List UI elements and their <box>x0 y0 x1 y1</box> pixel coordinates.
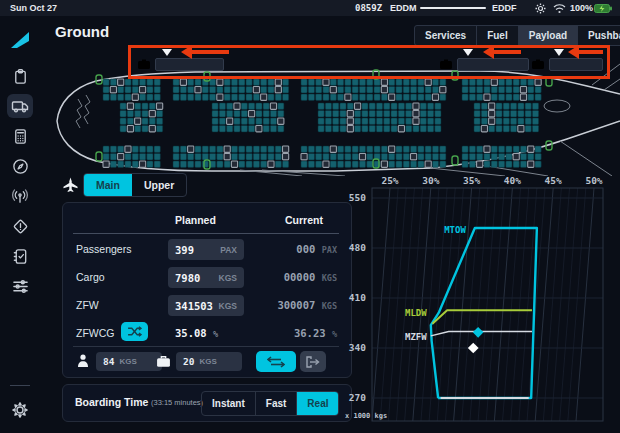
seat[interactable] <box>256 111 262 117</box>
seat[interactable] <box>403 79 409 85</box>
seat[interactable] <box>338 161 344 167</box>
seat[interactable] <box>224 154 230 160</box>
seat[interactable] <box>132 79 138 85</box>
seat[interactable] <box>234 111 240 117</box>
seat[interactable] <box>154 87 160 93</box>
seat[interactable] <box>532 126 538 132</box>
seat[interactable] <box>391 111 397 117</box>
seat[interactable] <box>135 126 141 132</box>
seat[interactable] <box>268 161 274 167</box>
sidebar-item-checklist[interactable] <box>7 244 33 268</box>
seat[interactable] <box>518 111 524 117</box>
seat[interactable] <box>316 87 322 93</box>
seat[interactable] <box>506 154 512 160</box>
seat[interactable] <box>110 87 116 93</box>
seat[interactable] <box>261 146 267 152</box>
sidebar-item-ground-vehicles[interactable] <box>7 94 33 118</box>
seat[interactable] <box>376 126 382 132</box>
seat[interactable] <box>227 111 233 117</box>
seat[interactable] <box>491 154 497 160</box>
seat[interactable] <box>125 87 131 93</box>
seat[interactable] <box>506 161 512 167</box>
seat[interactable] <box>396 79 402 85</box>
seat[interactable] <box>275 87 281 93</box>
seat[interactable] <box>352 146 358 152</box>
seat[interactable] <box>249 118 255 124</box>
seat[interactable] <box>239 146 245 152</box>
seat[interactable] <box>369 126 375 132</box>
seat[interactable] <box>239 161 245 167</box>
seat[interactable] <box>180 94 186 100</box>
seat[interactable] <box>535 87 541 93</box>
seat[interactable] <box>110 161 116 167</box>
sidebar-item-clipboard[interactable] <box>7 64 33 88</box>
seat[interactable] <box>338 154 344 160</box>
seat[interactable] <box>157 118 163 124</box>
seat[interactable] <box>503 126 509 132</box>
seat[interactable] <box>147 87 153 93</box>
seat[interactable] <box>219 111 225 117</box>
seat[interactable] <box>503 118 509 124</box>
seat[interactable] <box>333 118 339 124</box>
seat[interactable] <box>359 79 365 85</box>
seat[interactable] <box>432 94 438 100</box>
seat[interactable] <box>352 161 358 167</box>
seat[interactable] <box>330 161 336 167</box>
seat[interactable] <box>513 87 519 93</box>
sidebar-item-settings-sliders[interactable] <box>7 274 33 298</box>
seat[interactable] <box>270 126 276 132</box>
seat[interactable] <box>316 94 322 100</box>
seat[interactable] <box>125 79 131 85</box>
seat[interactable] <box>275 146 281 152</box>
seat[interactable] <box>135 103 141 109</box>
seat[interactable] <box>462 154 468 160</box>
seat[interactable] <box>224 94 230 100</box>
seat[interactable] <box>261 79 267 85</box>
seat[interactable] <box>217 154 223 160</box>
seat[interactable] <box>428 118 434 124</box>
seat[interactable] <box>425 161 431 167</box>
seat[interactable] <box>103 87 109 93</box>
seat[interactable] <box>381 161 387 167</box>
seat[interactable] <box>491 146 497 152</box>
cargo-hold-select-1[interactable] <box>155 58 224 71</box>
seat[interactable] <box>318 103 324 109</box>
seat[interactable] <box>398 118 404 124</box>
seat[interactable] <box>425 94 431 100</box>
seat[interactable] <box>528 146 534 152</box>
seat[interactable] <box>418 146 424 152</box>
seat[interactable] <box>316 154 322 160</box>
seat[interactable] <box>411 154 417 160</box>
seat[interactable] <box>323 161 329 167</box>
seat[interactable] <box>411 94 417 100</box>
seat[interactable] <box>135 111 141 117</box>
seat[interactable] <box>440 154 446 160</box>
seat[interactable] <box>103 161 109 167</box>
seat[interactable] <box>308 161 314 167</box>
seat[interactable] <box>173 79 179 85</box>
seat[interactable] <box>301 87 307 93</box>
seat[interactable] <box>212 111 218 117</box>
seat[interactable] <box>157 111 163 117</box>
seat[interactable] <box>428 126 434 132</box>
seat[interactable] <box>403 146 409 152</box>
dropdown-caret-icon[interactable] <box>554 49 564 56</box>
seat[interactable] <box>403 87 409 93</box>
seat[interactable] <box>506 94 512 100</box>
seat[interactable] <box>477 154 483 160</box>
seat[interactable] <box>132 161 138 167</box>
seat[interactable] <box>347 111 353 117</box>
seat[interactable] <box>345 161 351 167</box>
seat[interactable] <box>120 111 126 117</box>
seat[interactable] <box>369 118 375 124</box>
seat[interactable] <box>118 161 124 167</box>
seat[interactable] <box>489 111 495 117</box>
seat[interactable] <box>418 161 424 167</box>
export-button[interactable] <box>300 351 326 372</box>
seat[interactable] <box>227 103 233 109</box>
seat[interactable] <box>462 161 468 167</box>
seat[interactable] <box>338 87 344 93</box>
seat[interactable] <box>435 126 441 132</box>
seat[interactable] <box>147 161 153 167</box>
seat[interactable] <box>333 111 339 117</box>
